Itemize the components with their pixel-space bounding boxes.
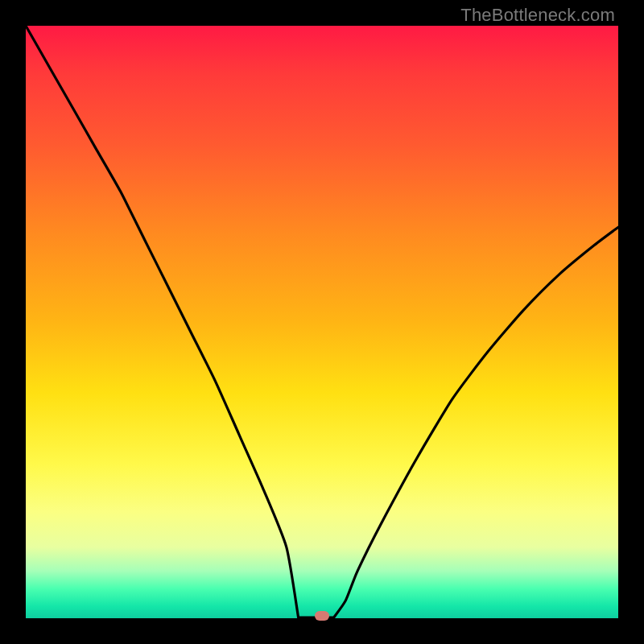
watermark-text: TheBottleneck.com bbox=[460, 5, 615, 26]
plot-area bbox=[26, 26, 618, 618]
optimal-point-marker bbox=[315, 611, 329, 621]
bottleneck-curve bbox=[26, 26, 618, 618]
chart-frame: TheBottleneck.com bbox=[0, 0, 644, 644]
